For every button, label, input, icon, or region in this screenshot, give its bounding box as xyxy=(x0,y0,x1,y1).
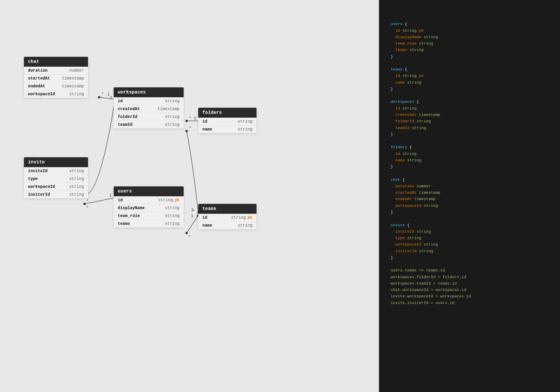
users-row-teams: teams string xyxy=(114,220,184,227)
chat-row-workspaceId: workspaceId string xyxy=(24,90,88,98)
svg-text:*: * xyxy=(86,199,89,204)
folders-row-id: id string xyxy=(198,118,257,126)
users-header: users xyxy=(114,186,184,196)
teams-table: teams id string pk name string xyxy=(198,204,257,229)
code-panel: users { id string pk displayName string … xyxy=(379,0,560,392)
teams-row-name: name string xyxy=(198,222,257,229)
chat-table: chat duration number startedAt timestamp… xyxy=(24,57,88,98)
teams-row-id: id string pk xyxy=(198,214,257,222)
users-row-displayName: displayName string xyxy=(114,204,184,212)
svg-text:*: * xyxy=(189,126,191,131)
folders-header: folders xyxy=(198,108,257,118)
users-table: users id string pk displayName string te… xyxy=(114,186,184,227)
invite-header: invite xyxy=(24,157,88,167)
svg-line-0 xyxy=(99,97,114,99)
users-row-teamRole: team_role string xyxy=(114,212,184,220)
invite-row-inviteId: inviteId string xyxy=(24,167,88,175)
svg-text:*: * xyxy=(192,209,195,214)
svg-text:1: 1 xyxy=(194,116,196,121)
code-content: users { id string pk displayName string … xyxy=(391,15,548,313)
svg-point-6 xyxy=(185,120,188,122)
workspaces-row-folderId: folderId string xyxy=(114,113,184,121)
workspaces-row-createdAt: createdAt timestamp xyxy=(114,105,184,113)
chat-row-startedAt: startedAt timestamp xyxy=(24,75,88,82)
svg-text:*: * xyxy=(189,116,191,121)
workspaces-row-id: id string xyxy=(114,97,184,105)
invite-row-type: type string xyxy=(24,175,88,183)
svg-line-21 xyxy=(187,216,198,233)
svg-point-1 xyxy=(98,96,100,98)
diagram-area: * 1 1 * 1 * * 1 * 1 * 1 * * 1 chat xyxy=(0,0,379,392)
invite-row-workspaceId: workspaceId string xyxy=(24,183,88,191)
folders-table: folders id string name string xyxy=(198,108,257,133)
svg-text:*: * xyxy=(86,206,89,210)
invite-table: invite inviteId string type string works… xyxy=(24,157,88,198)
svg-text:1: 1 xyxy=(191,213,193,218)
workspaces-table: workspaces id string createdAt timestamp… xyxy=(114,87,184,128)
chat-row-endedAt: endedAt timestamp xyxy=(24,82,88,90)
workspaces-row-teamId: teamId string xyxy=(114,121,184,128)
svg-text:*: * xyxy=(101,92,104,97)
svg-text:1: 1 xyxy=(107,92,110,97)
svg-point-9 xyxy=(185,130,188,132)
svg-point-18 xyxy=(83,203,86,205)
svg-text:1: 1 xyxy=(109,193,112,198)
workspaces-header: workspaces xyxy=(114,87,184,97)
invite-row-inviterId: inviterId string xyxy=(24,191,88,198)
svg-point-22 xyxy=(185,232,188,234)
svg-text:1: 1 xyxy=(110,96,112,100)
svg-text:1: 1 xyxy=(191,208,193,212)
svg-line-17 xyxy=(85,198,114,204)
chat-header: chat xyxy=(24,57,88,67)
teams-header: teams xyxy=(198,204,257,214)
chat-row-duration: duration number xyxy=(24,67,88,75)
folders-row-name: name string xyxy=(198,126,257,133)
svg-text:*: * xyxy=(188,235,191,239)
users-row-id: id string pk xyxy=(114,196,184,204)
